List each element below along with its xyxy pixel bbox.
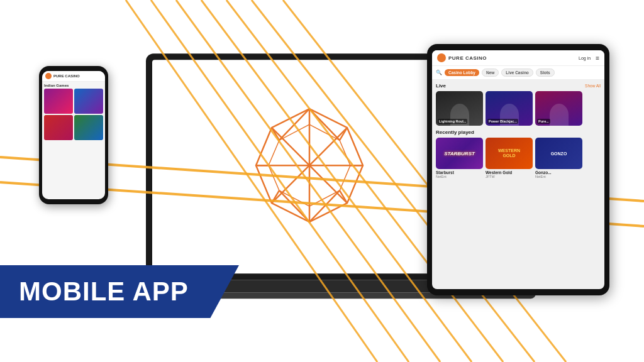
search-icon[interactable]: 🔍 bbox=[436, 70, 442, 75]
western-provider: JFTW bbox=[486, 175, 533, 178]
tablet-recently-title: Recently played bbox=[436, 129, 601, 135]
svg-line-4 bbox=[309, 165, 347, 203]
gonzo-name: Gonzo... bbox=[535, 170, 582, 175]
tablet-login-button[interactable]: Log in bbox=[579, 56, 591, 60]
tablet-recently-section: Recently played STARBURST Starburst NetE… bbox=[432, 128, 604, 180]
mobile-app-banner: MOBILE APP bbox=[0, 265, 239, 318]
tablet-live-header: Live Show All bbox=[436, 83, 601, 89]
tablet-show-all-link[interactable]: Show All bbox=[585, 84, 601, 88]
tablet-logo-icon bbox=[437, 53, 446, 62]
starburst-thumbnail: STARBURST bbox=[436, 138, 483, 169]
tablet-live-game-1[interactable]: Lightning Roul... bbox=[436, 91, 483, 126]
tablet-live-game-3[interactable]: Pure... bbox=[535, 91, 582, 126]
tablet-menu-icon[interactable]: ≡ bbox=[596, 55, 599, 62]
tablet-live-title: Live bbox=[436, 83, 446, 89]
starburst-label: STARBURST bbox=[444, 151, 475, 156]
tab-live-casino[interactable]: Live Casino bbox=[501, 69, 533, 77]
tablet-header-right: Log in ≡ bbox=[579, 55, 599, 62]
gonzo-label: GONZO bbox=[551, 151, 567, 156]
phone-device: PURE CASINO Indian Games bbox=[39, 66, 108, 204]
phone-screen: PURE CASINO Indian Games bbox=[42, 71, 105, 199]
svg-line-19 bbox=[309, 190, 340, 222]
tablet-nav: 🔍 Casino Lobby New Live Casino Slots bbox=[432, 66, 604, 80]
western-thumbnail: WESTERNGOLD bbox=[486, 138, 533, 169]
phone-brand-label: PURE CASINO bbox=[53, 74, 80, 78]
diamond-logo bbox=[247, 102, 372, 231]
gonzo-provider: NetEnt bbox=[535, 175, 582, 178]
tablet-live-games: Lightning Roul... Power Blackjac... Pure… bbox=[436, 91, 601, 126]
tablet-recently-row: STARBURST Starburst NetEnt WESTERNGOLD W… bbox=[436, 138, 601, 178]
tablet-header: PURE CASINO Log in ≡ bbox=[432, 50, 604, 66]
phone-game-card-1 bbox=[44, 89, 73, 114]
tablet-live-label-1: Lightning Roul... bbox=[438, 119, 467, 124]
phone-logo-icon bbox=[45, 73, 52, 79]
svg-line-18 bbox=[279, 190, 309, 222]
tab-casino-lobby[interactable]: Casino Lobby bbox=[445, 69, 479, 76]
tablet-recent-game-3[interactable]: GONZO Gonzo... NetEnt bbox=[535, 138, 582, 178]
phone-game-grid bbox=[44, 89, 103, 140]
phone-game-card-4 bbox=[74, 115, 103, 140]
banner-text: MOBILE APP bbox=[19, 277, 189, 306]
tablet-recent-game-2[interactable]: WESTERNGOLD Western Gold JFTW bbox=[486, 138, 533, 178]
phone-game-card-2 bbox=[74, 89, 103, 114]
tablet-brand-label: PURE CASINO bbox=[448, 55, 487, 61]
tablet-live-label-2: Power Blackjac... bbox=[487, 119, 518, 124]
svg-line-6 bbox=[272, 165, 309, 203]
western-label: WESTERNGOLD bbox=[498, 148, 520, 158]
svg-line-10 bbox=[279, 109, 309, 140]
tab-new[interactable]: New bbox=[482, 69, 499, 77]
svg-line-2 bbox=[309, 128, 347, 165]
phone-content: Indian Games bbox=[42, 82, 105, 142]
tablet-screen: PURE CASINO Log in ≡ 🔍 Casino Lobby New … bbox=[432, 50, 604, 289]
western-name: Western Gold bbox=[486, 170, 533, 175]
tablet-recent-game-1[interactable]: STARBURST Starburst NetEnt bbox=[436, 138, 483, 178]
phone-section-title: Indian Games bbox=[44, 84, 103, 87]
tablet-logo: PURE CASINO bbox=[437, 53, 487, 62]
starburst-provider: NetEnt bbox=[436, 175, 483, 178]
tablet-live-game-2[interactable]: Power Blackjac... bbox=[486, 91, 533, 126]
tab-slots[interactable]: Slots bbox=[536, 69, 555, 77]
tablet-live-label-3: Pure... bbox=[537, 119, 550, 124]
main-container: PURE CASINO Indian Games PURE CASINO bbox=[0, 0, 644, 362]
tablet-device: PURE CASINO Log in ≡ 🔍 Casino Lobby New … bbox=[427, 44, 609, 295]
starburst-name: Starburst bbox=[436, 170, 483, 175]
banner-background: MOBILE APP bbox=[0, 265, 239, 318]
phone-header: PURE CASINO bbox=[42, 71, 105, 82]
phone-game-card-3 bbox=[44, 115, 73, 140]
tablet-live-section: Live Show All Lightning Roul... Power Bl… bbox=[432, 80, 604, 128]
gonzo-thumbnail: GONZO bbox=[535, 138, 582, 169]
svg-line-11 bbox=[309, 109, 340, 140]
svg-line-8 bbox=[272, 128, 309, 165]
